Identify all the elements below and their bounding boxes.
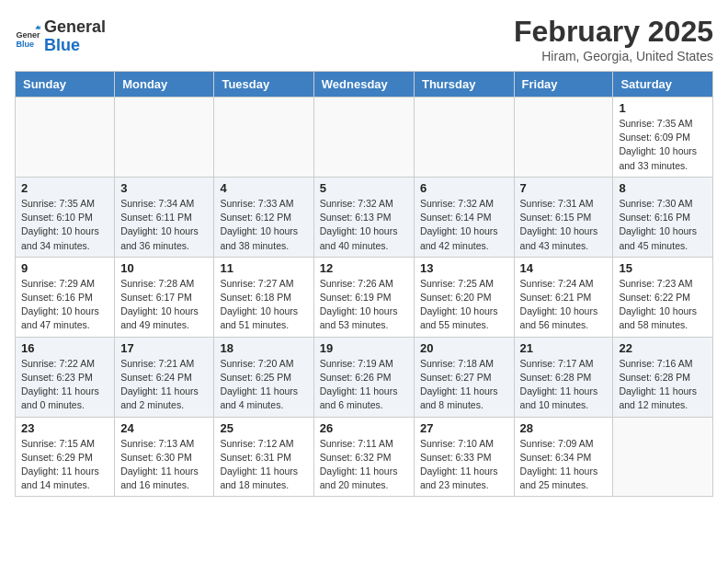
logo-text-general: General [44,18,106,37]
day-number: 21 [520,341,608,355]
day-info: Sunrise: 7:31 AM Sunset: 6:15 PM Dayligh… [520,197,608,253]
location-subtitle: Hiram, Georgia, United States [514,49,713,63]
day-number: 23 [21,421,108,435]
day-number: 16 [21,341,108,355]
day-info: Sunrise: 7:21 AM Sunset: 6:24 PM Dayligh… [120,357,208,413]
day-number: 2 [21,181,108,195]
day-info: Sunrise: 7:32 AM Sunset: 6:13 PM Dayligh… [320,197,408,253]
day-info: Sunrise: 7:15 AM Sunset: 6:29 PM Dayligh… [21,437,108,493]
day-info: Sunrise: 7:23 AM Sunset: 6:22 PM Dayligh… [619,277,707,333]
calendar-cell: 22Sunrise: 7:16 AM Sunset: 6:28 PM Dayli… [613,337,713,417]
calendar-week-row: 1Sunrise: 7:35 AM Sunset: 6:09 PM Daylig… [16,98,713,178]
calendar-cell: 2Sunrise: 7:35 AM Sunset: 6:10 PM Daylig… [16,177,115,257]
calendar-cell: 4Sunrise: 7:33 AM Sunset: 6:12 PM Daylig… [214,177,313,257]
day-info: Sunrise: 7:30 AM Sunset: 6:16 PM Dayligh… [619,197,707,253]
day-info: Sunrise: 7:17 AM Sunset: 6:28 PM Dayligh… [520,357,608,413]
calendar-cell: 3Sunrise: 7:34 AM Sunset: 6:11 PM Daylig… [115,177,214,257]
day-header-thursday: Thursday [414,72,514,98]
calendar-cell: 19Sunrise: 7:19 AM Sunset: 6:26 PM Dayli… [313,337,414,417]
calendar-cell [16,98,115,178]
calendar-table: SundayMondayTuesdayWednesdayThursdayFrid… [15,71,713,497]
day-info: Sunrise: 7:28 AM Sunset: 6:17 PM Dayligh… [120,277,208,333]
calendar-cell: 8Sunrise: 7:30 AM Sunset: 6:16 PM Daylig… [613,177,713,257]
day-info: Sunrise: 7:16 AM Sunset: 6:28 PM Dayligh… [619,357,707,413]
day-info: Sunrise: 7:18 AM Sunset: 6:27 PM Dayligh… [420,357,508,413]
day-info: Sunrise: 7:12 AM Sunset: 6:31 PM Dayligh… [220,437,307,493]
page-header: General Blue General Blue February 2025 … [15,15,713,63]
calendar-cell [214,98,313,178]
day-header-row: SundayMondayTuesdayWednesdayThursdayFrid… [16,72,713,98]
day-info: Sunrise: 7:32 AM Sunset: 6:14 PM Dayligh… [420,197,508,253]
day-header-wednesday: Wednesday [313,72,414,98]
day-info: Sunrise: 7:11 AM Sunset: 6:32 PM Dayligh… [320,437,408,493]
calendar-cell: 23Sunrise: 7:15 AM Sunset: 6:29 PM Dayli… [16,417,115,497]
day-info: Sunrise: 7:19 AM Sunset: 6:26 PM Dayligh… [320,357,408,413]
day-info: Sunrise: 7:26 AM Sunset: 6:19 PM Dayligh… [320,277,408,333]
day-number: 27 [420,421,508,435]
day-info: Sunrise: 7:33 AM Sunset: 6:12 PM Dayligh… [220,197,307,253]
day-number: 20 [420,341,508,355]
calendar-cell: 17Sunrise: 7:21 AM Sunset: 6:24 PM Dayli… [115,337,214,417]
calendar-cell [613,417,713,497]
calendar-cell: 6Sunrise: 7:32 AM Sunset: 6:14 PM Daylig… [414,177,514,257]
day-info: Sunrise: 7:20 AM Sunset: 6:25 PM Dayligh… [220,357,307,413]
calendar-cell [414,98,514,178]
day-number: 15 [619,261,707,275]
calendar-cell: 1Sunrise: 7:35 AM Sunset: 6:09 PM Daylig… [613,98,713,178]
day-info: Sunrise: 7:09 AM Sunset: 6:34 PM Dayligh… [520,437,608,493]
day-header-tuesday: Tuesday [214,72,313,98]
day-number: 6 [420,181,508,195]
day-header-sunday: Sunday [16,72,115,98]
day-number: 10 [120,261,208,275]
day-info: Sunrise: 7:34 AM Sunset: 6:11 PM Dayligh… [120,197,208,253]
day-info: Sunrise: 7:29 AM Sunset: 6:16 PM Dayligh… [21,277,108,333]
day-number: 26 [320,421,408,435]
calendar-cell: 7Sunrise: 7:31 AM Sunset: 6:15 PM Daylig… [514,177,613,257]
day-header-friday: Friday [514,72,613,98]
svg-text:Blue: Blue [16,39,34,48]
logo-text-blue: Blue [44,37,106,55]
day-info: Sunrise: 7:27 AM Sunset: 6:18 PM Dayligh… [220,277,307,333]
day-info: Sunrise: 7:35 AM Sunset: 6:09 PM Dayligh… [619,117,707,173]
day-number: 1 [619,101,707,115]
day-number: 9 [21,261,108,275]
day-header-saturday: Saturday [613,72,713,98]
day-number: 17 [120,341,208,355]
calendar-cell: 18Sunrise: 7:20 AM Sunset: 6:25 PM Dayli… [214,337,313,417]
calendar-week-row: 2Sunrise: 7:35 AM Sunset: 6:10 PM Daylig… [16,177,713,257]
day-info: Sunrise: 7:35 AM Sunset: 6:10 PM Dayligh… [21,197,108,253]
day-number: 8 [619,181,707,195]
calendar-cell: 24Sunrise: 7:13 AM Sunset: 6:30 PM Dayli… [115,417,214,497]
calendar-week-row: 23Sunrise: 7:15 AM Sunset: 6:29 PM Dayli… [16,417,713,497]
day-number: 22 [619,341,707,355]
calendar-cell: 20Sunrise: 7:18 AM Sunset: 6:27 PM Dayli… [414,337,514,417]
calendar-cell: 16Sunrise: 7:22 AM Sunset: 6:23 PM Dayli… [16,337,115,417]
logo: General Blue General Blue [15,18,106,55]
day-number: 24 [120,421,208,435]
logo-icon: General Blue [15,24,40,50]
day-number: 28 [520,421,608,435]
calendar-cell [115,98,214,178]
calendar-week-row: 16Sunrise: 7:22 AM Sunset: 6:23 PM Dayli… [16,337,713,417]
day-info: Sunrise: 7:13 AM Sunset: 6:30 PM Dayligh… [120,437,208,493]
day-number: 13 [420,261,508,275]
month-year-title: February 2025 [514,15,713,49]
day-number: 18 [220,341,307,355]
day-number: 19 [320,341,408,355]
day-number: 25 [220,421,307,435]
calendar-cell: 15Sunrise: 7:23 AM Sunset: 6:22 PM Dayli… [613,257,713,337]
day-number: 12 [320,261,408,275]
calendar-cell: 13Sunrise: 7:25 AM Sunset: 6:20 PM Dayli… [414,257,514,337]
calendar-cell: 12Sunrise: 7:26 AM Sunset: 6:19 PM Dayli… [313,257,414,337]
calendar-cell [514,98,613,178]
day-number: 4 [220,181,307,195]
calendar-header: SundayMondayTuesdayWednesdayThursdayFrid… [16,72,713,98]
day-number: 3 [120,181,208,195]
calendar-title-section: February 2025 Hiram, Georgia, United Sta… [514,15,713,63]
calendar-cell [313,98,414,178]
calendar-cell: 27Sunrise: 7:10 AM Sunset: 6:33 PM Dayli… [414,417,514,497]
calendar-cell: 10Sunrise: 7:28 AM Sunset: 6:17 PM Dayli… [115,257,214,337]
day-info: Sunrise: 7:25 AM Sunset: 6:20 PM Dayligh… [420,277,508,333]
day-info: Sunrise: 7:24 AM Sunset: 6:21 PM Dayligh… [520,277,608,333]
calendar-cell: 11Sunrise: 7:27 AM Sunset: 6:18 PM Dayli… [214,257,313,337]
